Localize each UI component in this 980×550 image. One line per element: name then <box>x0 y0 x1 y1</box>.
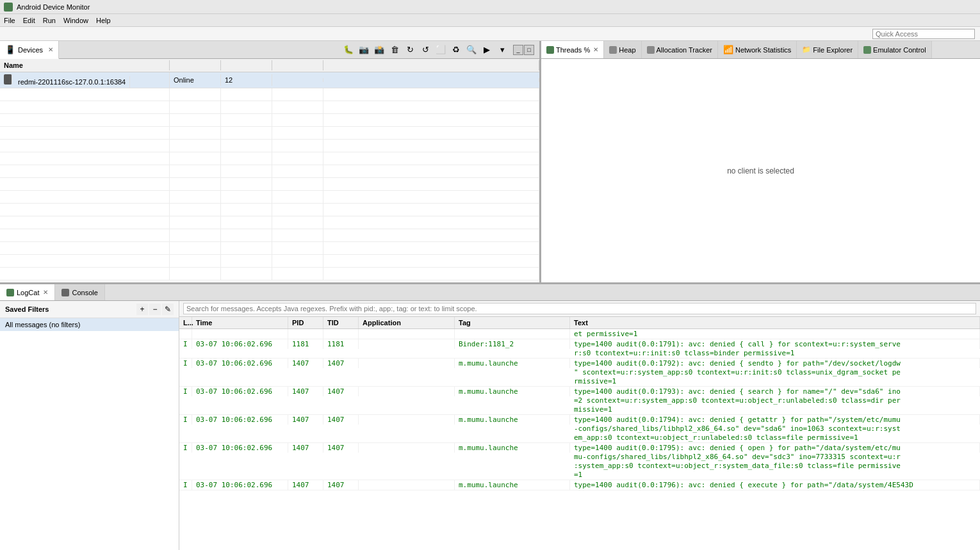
quick-access-input[interactable] <box>872 29 975 39</box>
logcat-body: Saved Filters + − ✎ All messages (no fil… <box>0 301 980 550</box>
col-2 <box>170 60 221 70</box>
menu-help[interactable]: Help <box>96 17 111 24</box>
screenshot-btn[interactable]: 📷 <box>357 43 371 57</box>
log-col-level: L... <box>179 317 192 328</box>
filter-edit-btn[interactable]: ✎ <box>162 303 174 315</box>
tab-allocation-label: Allocation Tracker <box>657 46 712 54</box>
tab-emulator-label: Emulator Control <box>873 46 926 54</box>
minimize-btn[interactable]: _ <box>513 45 523 55</box>
quick-access-bar <box>0 27 980 41</box>
tab-devices-close[interactable]: ✕ <box>48 46 53 53</box>
right-tabs: Threads % ✕ Heap Allocation Tracker 📶 Ne… <box>541 41 980 59</box>
col-name: Name <box>0 60 170 70</box>
log-panel: L... Time PID TID Application Tag Text e… <box>179 301 980 550</box>
right-content: no client is selected <box>541 59 980 282</box>
filter-add-btn[interactable]: + <box>136 303 148 315</box>
title-bar: Android Device Monitor <box>0 0 980 14</box>
tab-network[interactable]: 📶 Network Statistics <box>718 41 797 58</box>
filters-title: Saved Filters <box>5 305 49 313</box>
tab-file-explorer[interactable]: 📁 File Explorer <box>797 41 858 58</box>
log-row-3: I 03-07 10:06:02.696 1407 1407 m.mumu.la… <box>179 387 980 415</box>
empty-row-13 <box>0 242 539 255</box>
capture-btn[interactable]: 📸 <box>372 43 386 57</box>
log-col-pid: PID <box>288 317 323 328</box>
device-col4 <box>272 78 323 82</box>
empty-row-1 <box>0 88 539 101</box>
stop-btn[interactable]: 🗑 <box>388 43 402 57</box>
empty-row-3 <box>0 114 539 127</box>
filters-header: Saved Filters + − ✎ <box>0 301 179 318</box>
tab-emulator[interactable]: Emulator Control <box>858 41 932 58</box>
empty-row-5 <box>0 140 539 152</box>
log-row-0: et permissive=1 <box>179 329 980 339</box>
empty-row-15 <box>0 268 539 280</box>
tab-logcat-label: LogCat <box>17 289 39 296</box>
debug-btn[interactable]: 🐛 <box>341 43 355 57</box>
log-col-time: Time <box>192 317 288 328</box>
menu-file[interactable]: File <box>4 17 15 24</box>
device-status: Online <box>170 74 221 86</box>
devices-tab-bar: 📱 Devices ✕ 🐛 📷 📸 🗑 ↻ ↺ ⬜ ♻ 🔍 ▶ ▾ <box>0 41 539 59</box>
log-col-tag: Tag <box>455 317 570 328</box>
col-5 <box>323 60 539 70</box>
log-row-4: I 03-07 10:06:02.696 1407 1407 m.mumu.la… <box>179 415 980 443</box>
log-rows-container: et permissive=1 I 03-07 10:06:02.696 118… <box>179 329 980 490</box>
tab-allocation[interactable]: Allocation Tracker <box>642 41 718 58</box>
col-4 <box>272 60 323 70</box>
tab-threads-close[interactable]: ✕ <box>593 46 598 53</box>
empty-rows <box>0 88 539 280</box>
device-col5 <box>323 78 539 82</box>
search-input[interactable] <box>183 303 976 314</box>
menu-run[interactable]: Run <box>43 17 56 24</box>
cause-gc-btn[interactable]: ♻ <box>449 43 463 57</box>
bottom-pane: LogCat ✕ Console Saved Filters + − ✎ <box>0 284 980 550</box>
app-icon <box>4 3 13 12</box>
tab-logcat[interactable]: LogCat ✕ <box>0 284 55 300</box>
maximize-btn[interactable]: □ <box>524 45 534 55</box>
inspect-btn[interactable]: 🔍 <box>464 43 478 57</box>
empty-row-8 <box>0 178 539 191</box>
log-table: L... Time PID TID Application Tag Text e… <box>179 317 980 550</box>
log-col-text: Text <box>570 317 980 328</box>
empty-row-9 <box>0 191 539 204</box>
devices-toolbar: 🐛 📷 📸 🗑 ↻ ↺ ⬜ ♻ 🔍 ▶ ▾ _ □ <box>59 41 539 58</box>
empty-row-12 <box>0 229 539 242</box>
menu-edit[interactable]: Edit <box>23 17 35 24</box>
toggle-method-btn[interactable]: ▶ <box>480 43 494 57</box>
filter-all-messages[interactable]: All messages (no filters) <box>0 318 179 331</box>
device-row[interactable]: redmi-2201116sc-127.0.0.1:16384 Online 1… <box>0 72 539 88</box>
emulator-icon <box>863 46 871 54</box>
network-icon: 📶 <box>723 45 733 54</box>
tab-logcat-close[interactable]: ✕ <box>43 289 48 296</box>
top-pane: 📱 Devices ✕ 🐛 📷 📸 🗑 ↻ ↺ ⬜ ♻ 🔍 ▶ ▾ <box>0 41 980 284</box>
search-bar <box>179 301 980 317</box>
tab-console[interactable]: Console <box>55 284 104 300</box>
devices-panel: 📱 Devices ✕ 🐛 📷 📸 🗑 ↻ ↺ ⬜ ♻ 🔍 ▶ ▾ <box>0 41 541 282</box>
empty-row-2 <box>0 101 539 114</box>
device-table-header: Name <box>0 59 539 72</box>
menu-window[interactable]: Window <box>63 17 88 24</box>
filter-remove-btn[interactable]: − <box>149 303 161 315</box>
tab-heap[interactable]: Heap <box>604 41 641 58</box>
empty-row-11 <box>0 216 539 229</box>
tab-threads[interactable]: Threads % ✕ <box>541 41 604 58</box>
empty-row-7 <box>0 165 539 178</box>
filters-header-icons: + − ✎ <box>136 303 174 315</box>
heap-update-btn[interactable]: ↺ <box>418 43 432 57</box>
tab-devices[interactable]: 📱 Devices ✕ <box>0 41 59 59</box>
log-row-5: I 03-07 10:06:02.696 1407 1407 m.mumu.la… <box>179 443 980 480</box>
device-name: redmi-2201116sc-127.0.0.1:16384 <box>14 76 130 88</box>
device-table: Name redmi-2201116sc-127.0.0.1:16384 Onl… <box>0 59 539 282</box>
menu-bar: File Edit Run Window Help <box>0 14 980 27</box>
tab-threads-label: Threads % <box>556 46 590 54</box>
dropdown-btn[interactable]: ▾ <box>495 43 509 57</box>
tab-heap-label: Heap <box>619 46 635 54</box>
main-container: 📱 Devices ✕ 🐛 📷 📸 🗑 ↻ ↺ ⬜ ♻ 🔍 ▶ ▾ <box>0 41 980 550</box>
thread-update-btn[interactable]: ↻ <box>403 43 417 57</box>
threads-icon <box>546 46 554 54</box>
dump-hprof-btn[interactable]: ⬜ <box>434 43 448 57</box>
tab-file-explorer-label: File Explorer <box>813 46 853 54</box>
log-header: L... Time PID TID Application Tag Text <box>179 317 980 329</box>
empty-row-6 <box>0 152 539 165</box>
tab-console-label: Console <box>72 289 97 296</box>
